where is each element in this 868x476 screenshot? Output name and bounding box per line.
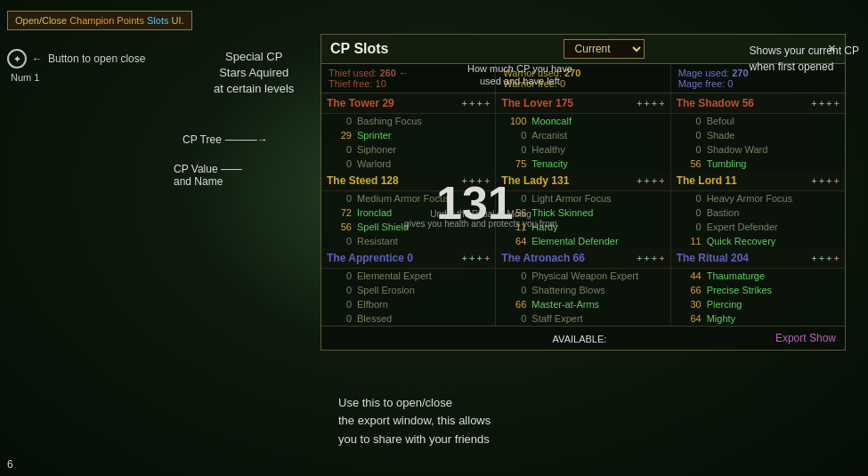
plus-btn-lover-1[interactable]: + [644, 98, 649, 109]
thief-used-val: 260 [379, 68, 395, 78]
skill-val-lover-1: 0 [501, 130, 526, 141]
plus-btn-shadow-1[interactable]: + [819, 98, 824, 109]
skill-name-ritual-1[interactable]: Precise Strikes [707, 285, 772, 295]
plus-btn-lady-3[interactable]: + [659, 175, 664, 186]
skill-name-atronach-2[interactable]: Master-at-Arms [531, 299, 599, 310]
skill-name-lady-1[interactable]: Thick Skinned [531, 207, 593, 218]
skill-name-lady-2[interactable]: Hardy [531, 222, 557, 232]
skill-name-apprentice-1[interactable]: Spell Erosion [357, 285, 415, 295]
plus-btn-atronach-2[interactable]: + [652, 253, 657, 263]
skill-name-apprentice-2[interactable]: Elfborn [357, 299, 388, 310]
skill-val-atronach-1: 0 [501, 285, 526, 295]
skill-name-atronach-1[interactable]: Shattering Blows [531, 285, 605, 295]
skill-name-atronach-3[interactable]: Staff Expert [531, 313, 582, 324]
skill-name-steed-1[interactable]: Ironclad [357, 207, 392, 218]
plus-btn-lover-3[interactable]: + [659, 98, 664, 109]
plus-btn-shadow-0[interactable]: + [811, 98, 816, 109]
tree-name-shadow: The Shadow 56 [677, 97, 754, 109]
special-cp-annotation: Special CP Stars Aquired at certain leve… [214, 49, 294, 98]
skill-name-lord-3[interactable]: Quick Recovery [707, 236, 776, 246]
plus-btn-lord-3[interactable]: + [834, 175, 840, 186]
skill-name-lover-2[interactable]: Healthy [531, 144, 564, 155]
skill-name-ritual-0[interactable]: Thaumaturge [707, 270, 765, 281]
skill-name-lover-3[interactable]: Tenacity [531, 158, 567, 169]
plus-btn-lord-0[interactable]: + [811, 175, 816, 186]
plus-btn-tower-2[interactable]: + [476, 98, 482, 109]
skill-name-apprentice-3[interactable]: Blessed [357, 313, 392, 324]
skill-name-ritual-2[interactable]: Piercing [707, 299, 742, 310]
skill-val-tower-3: 0 [327, 158, 352, 169]
skill-name-shadow-2[interactable]: Shadow Ward [707, 144, 768, 155]
tree-col-tower: The Tower 29++++0Bashing Focus29Sprinter… [321, 93, 496, 171]
skill-row-tower-3: 0Warlord [321, 157, 495, 171]
thief-free: Thief free: 10 [329, 78, 488, 89]
skill-name-tower-3[interactable]: Warlord [357, 158, 391, 169]
skill-name-lady-3[interactable]: Elemental Defender [531, 236, 618, 246]
plus-btn-lady-0[interactable]: + [637, 175, 642, 186]
skill-row-tower-0: 0Bashing Focus [321, 114, 495, 128]
skill-row-lover-3: 75Tenacity [496, 157, 669, 171]
plus-btn-tower-3[interactable]: + [484, 98, 490, 109]
tree-header-ritual: The Ritual 204++++ [671, 248, 845, 269]
skill-name-shadow-0[interactable]: Befoul [707, 116, 734, 126]
plus-btn-apprentice-3[interactable]: + [484, 253, 490, 263]
skill-name-lord-2[interactable]: Expert Defender [707, 222, 778, 232]
skill-name-lady-0[interactable]: Light Armor Focus [531, 193, 611, 204]
tree-buttons-shadow: ++++ [811, 98, 840, 109]
plus-btn-steed-3[interactable]: + [484, 175, 490, 186]
skill-row-lover-1: 0Arcanist [496, 128, 669, 142]
skill-row-apprentice-3: 0Blessed [321, 311, 495, 326]
plus-btn-ritual-0[interactable]: + [811, 253, 816, 263]
plus-btn-lady-2[interactable]: + [652, 175, 657, 186]
plus-btn-atronach-1[interactable]: + [644, 253, 649, 263]
skill-name-tower-2[interactable]: Siphoner [357, 144, 396, 155]
export-show-button[interactable]: Export Show [775, 332, 836, 344]
plus-btn-lady-1[interactable]: + [644, 175, 649, 186]
available-text: AVAILABLE: [553, 334, 607, 344]
plus-btn-tower-1[interactable]: + [469, 98, 475, 109]
plus-btn-apprentice-2[interactable]: + [476, 253, 482, 263]
cp-value-annotation: CP Value —— and Name [174, 163, 242, 188]
skill-name-steed-0[interactable]: Medium Armor Focus [357, 193, 450, 204]
plus-btn-lord-2[interactable]: + [826, 175, 831, 186]
cp-dropdown[interactable]: Current [564, 39, 645, 59]
skill-name-lord-1[interactable]: Bastion [707, 207, 740, 218]
skill-name-lord-0[interactable]: Heavy Armor Focus [707, 193, 793, 204]
skill-name-steed-3[interactable]: Resistant [357, 236, 398, 246]
cp-panel-title: CP Slots [330, 41, 389, 57]
left-annotation-area: ✦ ← Button to open close Num 1 [7, 49, 145, 83]
cp-tree-annotation: CP Tree ———→ [183, 133, 268, 146]
plus-btn-apprentice-1[interactable]: + [469, 253, 475, 263]
skill-name-ritual-3[interactable]: Mighty [707, 313, 735, 324]
skill-name-apprentice-0[interactable]: Elemental Expert [357, 270, 432, 281]
skill-name-shadow-1[interactable]: Shade [707, 130, 735, 141]
skill-name-steed-2[interactable]: Spell Shield [357, 222, 409, 232]
skill-name-atronach-0[interactable]: Physical Weapon Expert [531, 270, 638, 281]
plus-btn-lover-2[interactable]: + [652, 98, 657, 109]
plus-btn-tower-0[interactable]: + [462, 98, 467, 109]
plus-btn-apprentice-0[interactable]: + [462, 253, 467, 263]
skill-name-lover-1[interactable]: Arcanist [531, 130, 567, 141]
plus-btn-atronach-3[interactable]: + [659, 253, 664, 263]
plus-btn-steed-0[interactable]: + [462, 175, 467, 186]
skill-val-steed-0: 0 [327, 193, 352, 204]
tree-name-lover: The Lover 175 [501, 97, 573, 109]
plus-btn-lover-0[interactable]: + [637, 98, 642, 109]
open-close-button[interactable]: Open/Close Champion Points Slots UI. [7, 11, 192, 30]
plus-btn-atronach-0[interactable]: + [637, 253, 642, 263]
skill-name-tower-1[interactable]: Sprinter [357, 130, 392, 141]
skill-val-ritual-1: 66 [677, 285, 702, 295]
skill-name-lover-0[interactable]: Mooncalf [531, 116, 572, 126]
plus-btn-steed-2[interactable]: + [476, 175, 482, 186]
plus-btn-shadow-2[interactable]: + [826, 98, 831, 109]
plus-btn-ritual-2[interactable]: + [826, 253, 831, 263]
plus-btn-lord-1[interactable]: + [819, 175, 824, 186]
skill-val-atronach-3: 0 [501, 313, 526, 324]
plus-btn-ritual-1[interactable]: + [819, 253, 824, 263]
plus-btn-steed-1[interactable]: + [469, 175, 475, 186]
num1-circle-icon[interactable]: ✦ [7, 49, 27, 69]
skill-name-shadow-3[interactable]: Tumbling [707, 158, 747, 169]
plus-btn-shadow-3[interactable]: + [834, 98, 840, 109]
skill-name-tower-0[interactable]: Bashing Focus [357, 116, 422, 126]
plus-btn-ritual-3[interactable]: + [834, 253, 840, 263]
